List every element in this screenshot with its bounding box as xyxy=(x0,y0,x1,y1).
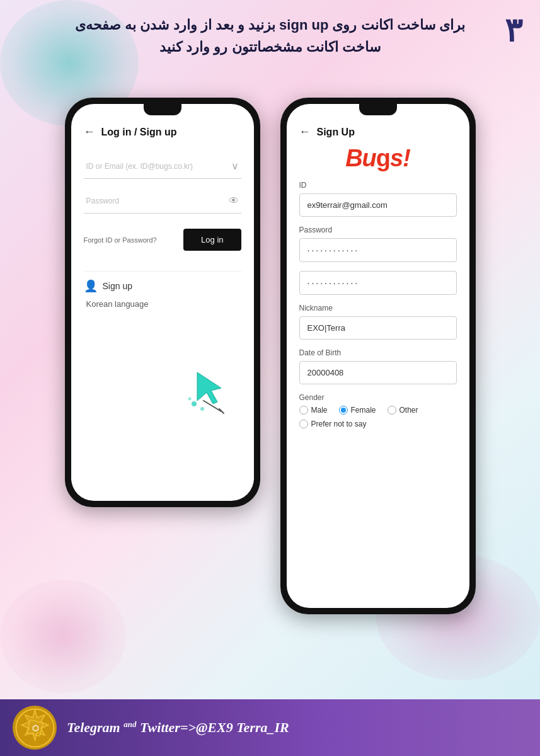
password-placeholder: Password xyxy=(86,197,120,205)
header-line1: برای ساخت اکانت روی sign up بزنید و بعد … xyxy=(38,14,502,36)
gender-options-row: Male Female Other xyxy=(299,406,457,415)
banner-content: Telegram and Twitter=>@EX9 Terra_IR xyxy=(67,719,527,736)
dob-input[interactable] xyxy=(299,361,457,384)
gender-other-option[interactable]: Other xyxy=(388,406,418,415)
male-radio[interactable] xyxy=(299,406,308,415)
id-placeholder: ID or Email (ex. ID@bugs.co.kr) xyxy=(86,162,193,171)
seal-badge: ⬡ xyxy=(13,706,57,750)
signup-screen-title: Sign Up xyxy=(317,127,355,138)
password-input-1[interactable]: ············ xyxy=(299,238,457,262)
nickname-input[interactable] xyxy=(299,316,457,340)
header-text: برای ساخت اکانت روی sign up بزنید و بعد … xyxy=(0,14,540,58)
login-screen: ← Log in / Sign up ID or Email (ex. ID@b… xyxy=(71,104,254,501)
language-row: Korean language xyxy=(84,298,241,309)
nickname-form-group: Nickname xyxy=(299,304,457,348)
svg-point-3 xyxy=(188,398,191,401)
id-field[interactable]: ID or Email (ex. ID@bugs.co.kr) ∨ xyxy=(84,154,241,179)
signup-row: 👤 Sign up xyxy=(84,271,241,293)
svg-text:⬡: ⬡ xyxy=(32,724,38,733)
other-label: Other xyxy=(399,406,418,415)
id-input-group: ID or Email (ex. ID@bugs.co.kr) ∨ xyxy=(84,154,241,179)
right-phone: ← Sign Up Bugs! ID Password ······ xyxy=(280,98,476,614)
other-radio[interactable] xyxy=(388,406,396,415)
female-radio[interactable] xyxy=(339,406,348,415)
svg-point-1 xyxy=(192,401,197,406)
svg-point-2 xyxy=(200,407,204,411)
bottom-banner: ⬡ Telegram and Twitter=>@EX9 Terra_IR xyxy=(0,699,540,756)
password-input-group: Password 👁 xyxy=(84,189,241,214)
prefer-radio[interactable] xyxy=(299,420,308,428)
back-arrow-icon[interactable]: ← xyxy=(84,125,95,139)
svg-marker-0 xyxy=(197,372,221,404)
signup-header: ← Sign Up xyxy=(299,123,457,139)
gender-form-group: Gender Male Female xyxy=(299,393,457,428)
forgot-text[interactable]: Forgot ID or Password? xyxy=(84,236,157,244)
login-header: ← Log in / Sign up xyxy=(84,123,241,139)
nickname-label: Nickname xyxy=(299,304,457,312)
language-text[interactable]: Korean language xyxy=(86,299,149,309)
bugs-text: Bu xyxy=(345,145,376,171)
id-label: ID xyxy=(299,181,457,190)
left-phone-screen: ← Log in / Sign up ID or Email (ex. ID@b… xyxy=(71,104,254,501)
bugs-g: g xyxy=(376,145,390,171)
signup-link[interactable]: Sign up xyxy=(103,281,132,291)
bugs-logo: Bugs! xyxy=(299,145,457,172)
bugs-s: s! xyxy=(390,145,410,171)
header-line2: ساخت اکانت مشخصاتتون رو وارد کنید xyxy=(38,36,502,58)
signup-screen: ← Sign Up Bugs! ID Password ······ xyxy=(287,104,469,608)
prefer-label: Prefer not to say xyxy=(311,420,367,428)
cursor-annotation xyxy=(185,366,235,419)
phone-notch xyxy=(144,104,181,115)
bugs-logo-text: Bugs! xyxy=(345,145,410,171)
login-button[interactable]: Log in xyxy=(183,229,241,251)
dropdown-icon: ∨ xyxy=(231,160,239,172)
male-label: Male xyxy=(311,406,328,415)
forgot-login-row: Forgot ID or Password? Log in xyxy=(84,229,241,251)
left-phone: ← Log in / Sign up ID or Email (ex. ID@b… xyxy=(65,98,260,507)
dob-form-group: Date of Birth xyxy=(299,348,457,393)
right-phone-screen: ← Sign Up Bugs! ID Password ······ xyxy=(287,104,469,608)
gender-female-option[interactable]: Female xyxy=(339,406,376,415)
eye-icon: 👁 xyxy=(229,195,239,207)
gender-label: Gender xyxy=(299,393,457,402)
password-confirm-input[interactable]: ············ xyxy=(299,271,457,295)
prefer-not-option[interactable]: Prefer not to say xyxy=(299,420,457,428)
password-field[interactable]: Password 👁 xyxy=(84,189,241,214)
user-icon: 👤 xyxy=(84,279,98,293)
id-form-group: ID xyxy=(299,181,457,226)
telegram-text: Telegram and Twitter=>@EX9 Terra_IR xyxy=(67,719,289,735)
back-arrow-right-icon[interactable]: ← xyxy=(299,125,311,139)
login-screen-title: Log in / Sign up xyxy=(101,127,177,138)
gender-male-option[interactable]: Male xyxy=(299,406,328,415)
id-input[interactable] xyxy=(299,193,457,217)
password-label: Password xyxy=(299,226,457,234)
phones-container: ← Log in / Sign up ID or Email (ex. ID@b… xyxy=(0,98,540,614)
female-label: Female xyxy=(351,406,376,415)
phone-notch-right xyxy=(359,104,397,115)
dob-label: Date of Birth xyxy=(299,348,457,357)
